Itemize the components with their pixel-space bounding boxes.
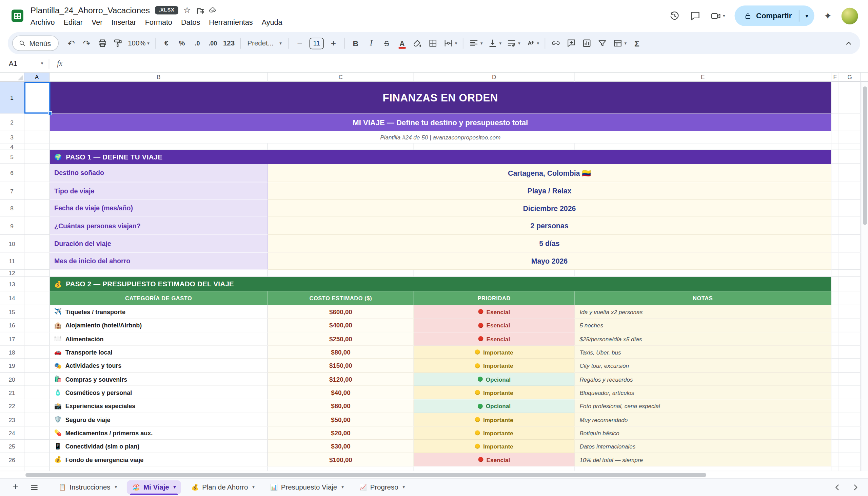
cell-B4[interactable] xyxy=(50,143,268,150)
menu-editar[interactable]: Editar xyxy=(59,17,87,28)
vertical-scrollbar[interactable] xyxy=(861,82,868,471)
column-header-F[interactable]: F xyxy=(831,73,839,82)
row-header-11[interactable]: 11 xyxy=(0,252,25,270)
category-cell-15[interactable]: ✈️Tiquetes / transporte xyxy=(50,305,268,319)
functions-button[interactable]: Σ xyxy=(629,35,644,51)
gemini-sparkle-icon[interactable]: ✦ xyxy=(824,10,832,22)
cell-D27[interactable] xyxy=(414,466,574,471)
table-header-1[interactable]: COSTO ESTIMADO ($) xyxy=(268,291,414,305)
priority-cell-15[interactable]: Esencial xyxy=(414,305,574,319)
cell-A23[interactable] xyxy=(25,413,50,427)
cell-A18[interactable] xyxy=(25,346,50,359)
category-cell-18[interactable]: 🚗Transporte local xyxy=(50,346,268,359)
notes-cell-26[interactable]: 10% del total — siempre xyxy=(575,453,832,466)
field-label-8[interactable]: Fecha de viaje (mes/año) xyxy=(50,200,268,217)
cell-F14[interactable] xyxy=(831,291,839,305)
select-all-corner[interactable] xyxy=(0,73,25,82)
more-formats-button[interactable]: 123 xyxy=(221,35,237,51)
row-header-16[interactable]: 16 xyxy=(0,319,25,332)
category-cell-20[interactable]: 🛍️Compras y souvenirs xyxy=(50,373,268,386)
sheets-logo-icon[interactable] xyxy=(10,8,25,23)
row-header-13[interactable]: 13 xyxy=(0,277,25,291)
move-folder-icon[interactable] xyxy=(196,6,204,14)
priority-cell-23[interactable]: Importante xyxy=(414,413,574,427)
cell-F26[interactable] xyxy=(831,453,839,466)
zoom-select[interactable]: 100% ▾ xyxy=(126,35,152,51)
menu-datos[interactable]: Datos xyxy=(177,17,205,28)
cell-F25[interactable] xyxy=(831,440,839,453)
row-header-19[interactable]: 19 xyxy=(0,359,25,373)
column-header-E[interactable]: E xyxy=(575,73,832,82)
priority-cell-26[interactable]: Esencial xyxy=(414,453,574,466)
subtitle-banner[interactable]: MI VIAJE — Define tu destino y presupues… xyxy=(50,114,831,131)
notes-cell-17[interactable]: $25/persona/día x5 días xyxy=(575,332,832,346)
priority-cell-22[interactable]: Opcional xyxy=(414,399,574,413)
cell-G23[interactable] xyxy=(839,413,861,427)
cell-A9[interactable] xyxy=(25,217,50,235)
account-avatar[interactable] xyxy=(841,7,858,24)
cell-G17[interactable] xyxy=(839,332,861,346)
cell-F12[interactable] xyxy=(831,270,839,277)
cell-G3[interactable] xyxy=(839,131,861,143)
comments-icon[interactable] xyxy=(690,10,701,21)
fill-color-button[interactable] xyxy=(410,35,425,51)
filter-views-button[interactable]: ▾ xyxy=(611,35,629,51)
row-header-3[interactable]: 3 xyxy=(0,131,25,143)
cloud-status-icon[interactable] xyxy=(209,6,216,14)
cell-F21[interactable] xyxy=(831,386,839,399)
cost-cell-25[interactable]: $30,00 xyxy=(268,440,414,453)
cell-A13[interactable] xyxy=(25,277,50,291)
create-filter-button[interactable] xyxy=(595,35,610,51)
share-options-button[interactable]: ▾ xyxy=(799,10,815,21)
row-header-10[interactable]: 10 xyxy=(0,235,25,252)
decrease-font-size-button[interactable]: − xyxy=(292,35,307,51)
merge-cells-button[interactable]: ▾ xyxy=(441,35,460,51)
cell-A11[interactable] xyxy=(25,252,50,270)
cell-F6[interactable] xyxy=(831,164,839,182)
category-cell-26[interactable]: 💰Fondo de emergencia viaje xyxy=(50,453,268,466)
field-label-6[interactable]: Destino soñado xyxy=(50,164,268,182)
cost-cell-15[interactable]: $600,00 xyxy=(268,305,414,319)
text-wrap-button[interactable]: ▾ xyxy=(504,35,523,51)
tab-plan-de-ahorro[interactable]: 💰Plan de Ahorro▾ xyxy=(186,480,260,494)
name-box[interactable]: A1 ▾ xyxy=(0,60,49,67)
version-history-icon[interactable] xyxy=(669,10,680,21)
cell-G12[interactable] xyxy=(839,270,861,277)
horizontal-scrollbar-thumb[interactable] xyxy=(26,472,706,476)
bold-button[interactable]: B xyxy=(348,35,363,51)
horizontal-scrollbar[interactable] xyxy=(0,471,868,478)
fill-handle[interactable] xyxy=(48,111,51,115)
meet-button[interactable]: ▾ xyxy=(710,10,725,21)
row-header-12[interactable]: 12 xyxy=(0,270,25,277)
notes-cell-21[interactable]: Bloqueador, artículos xyxy=(575,386,832,399)
field-label-10[interactable]: Duración del viaje xyxy=(50,235,268,252)
field-label-9[interactable]: ¿Cuántas personas viajan? xyxy=(50,217,268,235)
cell-D4[interactable] xyxy=(414,143,574,150)
column-header-G[interactable]: G xyxy=(839,73,861,82)
notes-cell-22[interactable]: Foto profesional, cena especial xyxy=(575,399,832,413)
currency-format-button[interactable]: € xyxy=(159,35,174,51)
cell-F2[interactable] xyxy=(831,114,839,131)
cell-A25[interactable] xyxy=(25,440,50,453)
document-title[interactable]: Plantilla_24_Ahorro_Vacaciones xyxy=(31,5,150,15)
field-value-10[interactable]: 5 días xyxy=(268,235,831,252)
row-header-24[interactable]: 24 xyxy=(0,427,25,440)
percent-format-button[interactable]: % xyxy=(174,35,189,51)
menu-ver[interactable]: Ver xyxy=(87,17,107,28)
borders-button[interactable] xyxy=(425,35,440,51)
row-header-8[interactable]: 8 xyxy=(0,200,25,217)
cell-G1[interactable] xyxy=(839,82,861,114)
cell-F8[interactable] xyxy=(831,200,839,217)
vertical-align-button[interactable]: ▾ xyxy=(485,35,504,51)
cell-F11[interactable] xyxy=(831,252,839,270)
cell-B12[interactable] xyxy=(50,270,268,277)
cell-G6[interactable] xyxy=(839,164,861,182)
insert-chart-button[interactable] xyxy=(579,35,594,51)
row-header-23[interactable]: 23 xyxy=(0,413,25,427)
cell-F23[interactable] xyxy=(831,413,839,427)
redo-button[interactable]: ↷ xyxy=(79,35,94,51)
row-header-27[interactable] xyxy=(0,466,25,471)
paso1-banner[interactable]: 🌍PASO 1 — DEFINE TU VIAJE xyxy=(50,150,831,164)
field-value-9[interactable]: 2 personas xyxy=(268,217,831,235)
notes-cell-16[interactable]: 5 noches xyxy=(575,319,832,332)
